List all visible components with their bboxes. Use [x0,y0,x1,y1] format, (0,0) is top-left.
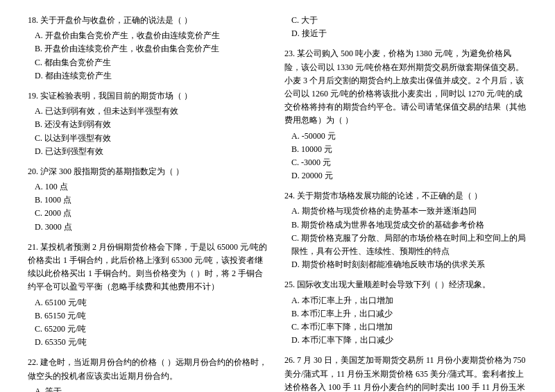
q21-option-a: A. 65100 元/吨 [28,296,271,309]
q25-option-c: C. 本币汇率下降，出口增加 [284,321,527,334]
q18-option-a: A. 开盘价由集合竞价产生，收盘价由连续竞价产生 [28,29,271,42]
page-content: 18. 关于开盘价与收盘价，正确的说法是（ ） A. 开盘价由集合竞价产生，收盘… [28,14,527,392]
q25-option-b: B. 本币汇率上升，出口减少 [284,307,527,321]
q25-option-d: D. 本币汇率下降，出口减少 [284,334,527,347]
question-21: 21. 某投机者预测 2 月份铜期货价格会下降，于是以 65000 元/吨的价格… [28,241,271,350]
q23-option-c: C. -3000 元 [284,156,527,169]
q19-option-a: A. 已达到弱有效，但未达到半强型有效 [28,105,271,118]
question-23: 23. 某公司购入 500 吨小麦，价格为 1380 元/吨，为避免价格风险，该… [284,47,527,182]
question-26: 26. 7 月 30 日，美国芝加哥期货交易所 11 月份小麦期货价格为 750… [284,354,527,392]
q22-option-a: A. 等于 [28,385,271,392]
q20-option-b: B. 1000 点 [28,194,271,207]
q24-option-b: B. 期货价格成为世界各地现货成交价的基础参考价格 [284,219,527,232]
q24-option-d: D. 期货价格时时刻刻都能准确地反映市场的供求关系 [284,258,527,271]
q22-title: 22. 建仓时，当近期月份合约的价格（ ）远期月份合约的价格时，做空头的投机者应… [28,356,271,382]
q25-title: 25. 国际收支出现大量顺差时会导致下列（ ）经济现象。 [284,278,527,291]
question-22: 22. 建仓时，当近期月份合约的价格（ ）远期月份合约的价格时，做空头的投机者应… [28,356,271,392]
question-24: 24. 关于期货市场格发展功能的论述，不正确的是（ ） A. 期货价格与现货价格… [284,189,527,271]
q23-option-d: D. 20000 元 [284,169,527,182]
q18-option-d: D. 都由连续竞价产生 [28,69,271,83]
q21-title: 21. 某投机者预测 2 月份铜期货价格会下降，于是以 65000 元/吨的价格… [28,241,271,294]
q19-option-d: D. 已达到强型有效 [28,145,271,158]
q18-title: 18. 关于开盘价与收盘价，正确的说法是（ ） [28,14,271,27]
q25-option-a: A. 本币汇率上升，出口增加 [284,294,527,307]
q24-option-c: C. 期货价格克服了分散、局部的市场价格在时间上和空间上的局限性，具有公开性、连… [284,232,527,258]
q23-option-b: B. 10000 元 [284,143,527,156]
question-25: 25. 国际收支出现大量顺差时会导致下列（ ）经济现象。 A. 本币汇率上升，出… [284,278,527,347]
question-18: 18. 关于开盘价与收盘价，正确的说法是（ ） A. 开盘价由集合竞价产生，收盘… [28,14,271,83]
q20-title: 20. 沪深 300 股指期货的基期指数定为（ ） [28,165,271,178]
left-column: 18. 关于开盘价与收盘价，正确的说法是（ ） A. 开盘价由集合竞价产生，收盘… [28,14,271,392]
question-22-cont: C. 大于 D. 接近于 [284,14,527,40]
q20-option-c: C. 2000 点 [28,207,271,220]
question-19: 19. 实证检验表明，我国目前的期货市场（ ） A. 已达到弱有效，但未达到半强… [28,90,271,158]
q19-option-b: B. 还没有达到弱有效 [28,118,271,131]
q21-option-c: C. 65200 元/吨 [28,323,271,336]
q19-title: 19. 实证检验表明，我国目前的期货市场（ ） [28,90,271,103]
q18-option-c: C. 都由集合竞价产生 [28,56,271,69]
question-20: 20. 沪深 300 股指期货的基期指数定为（ ） A. 100 点 B. 10… [28,165,271,234]
q23-title: 23. 某公司购入 500 吨小麦，价格为 1380 元/吨，为避免价格风险，该… [284,47,527,127]
q26-title: 26. 7 月 30 日，美国芝加哥期货交易所 11 月份小麦期货价格为 750… [284,354,527,392]
q20-option-d: D. 3000 点 [28,221,271,234]
q22-option-c: C. 大于 [284,14,527,27]
q18-option-b: B. 开盘价由连续竞价产生，收盘价由集合竞价产生 [28,42,271,56]
q22-option-d: D. 接近于 [284,27,527,40]
q23-option-a: A. -50000 元 [284,130,527,143]
q21-option-b: B. 65150 元/吨 [28,309,271,323]
q24-title: 24. 关于期货市场格发展功能的论述，不正确的是（ ） [284,189,527,203]
q19-option-c: C. 以达到半强型有效 [28,132,271,145]
q24-option-a: A. 期货价格与现货价格的走势基本一致并逐渐趋同 [284,205,527,218]
q21-option-d: D. 65350 元/吨 [28,336,271,349]
right-column: C. 大于 D. 接近于 23. 某公司购入 500 吨小麦，价格为 1380 … [284,14,527,392]
q20-option-a: A. 100 点 [28,180,271,194]
